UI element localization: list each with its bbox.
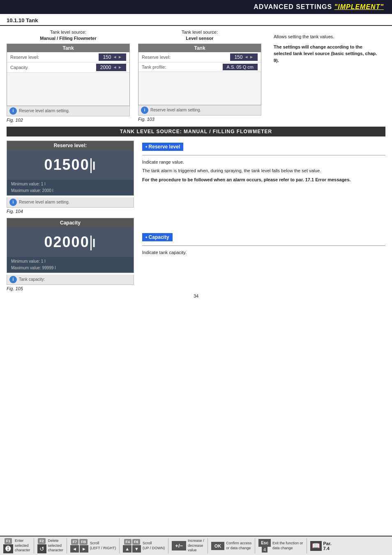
reserve-line2: The tank alarm is triggered when, during… bbox=[142, 167, 385, 175]
toolbar-div4 bbox=[168, 538, 168, 553]
right-column: • Reserve level Indicate range value. Th… bbox=[142, 141, 385, 291]
left-footer-text: Reserve level alarm setting. bbox=[19, 109, 69, 113]
left-source-line1: Tank level source: bbox=[50, 30, 86, 35]
capacity-section-label: • Capacity bbox=[142, 233, 173, 241]
description-line1: Allows setting the tank values. bbox=[274, 33, 381, 40]
bottom-figures: Reserve level: 01500l Minimum value: 1 l… bbox=[7, 141, 385, 291]
f2-key: F2 bbox=[38, 538, 46, 544]
toolbar-par: 📖 Par.7.4 bbox=[310, 538, 332, 553]
reserve-level-device-panel: Reserve level: 01500l Minimum value: 1 l… bbox=[7, 141, 134, 196]
capacity-divider bbox=[142, 245, 385, 246]
right-reserve-value[interactable]: 150 ◄ ► bbox=[230, 53, 258, 61]
capacity-min-val: 1 l bbox=[41, 259, 46, 264]
left-fig-caption: Fig. 102 bbox=[7, 118, 130, 123]
section-divider-text: TANK LEVEL SOURCE: MANUAL / FILLING FLOW… bbox=[120, 129, 272, 134]
page-title: 10.1.10 Tank bbox=[0, 14, 392, 26]
right-row-reserve[interactable]: Reserve level: 150 ◄ ► bbox=[138, 52, 261, 62]
desc-bold-start: The settings will change according to th… bbox=[274, 44, 377, 63]
reserve-level-cursor bbox=[90, 158, 92, 173]
right-profile-value[interactable]: A.S. 05 Q cm bbox=[223, 64, 258, 70]
par-label: Par.7.4 bbox=[323, 541, 332, 551]
reserve-line3: For the procedure to be followed when an… bbox=[142, 176, 385, 184]
esc-key[interactable]: Esc bbox=[258, 539, 271, 547]
capacity-panel-header: Capacity bbox=[7, 218, 134, 227]
capacity-section-text: Indicate tank capacity. bbox=[142, 249, 385, 257]
capacity-line1: Indicate tank capacity. bbox=[142, 249, 385, 257]
reserve-line1: Indicate range value. bbox=[142, 159, 385, 166]
left-row-capacity[interactable]: Capacity 2000 ◄ ► bbox=[7, 62, 129, 73]
down-arrow: ▼ bbox=[132, 545, 141, 553]
capacity-max-label: Maximum value: bbox=[11, 266, 41, 270]
f2-icon: ↺ bbox=[37, 544, 46, 553]
capacity-unit: l bbox=[92, 237, 97, 250]
page-num-text: 34 bbox=[194, 294, 198, 298]
capacity-min-label: Minimum value: bbox=[11, 259, 40, 264]
f4f6-label: Scroll(UP / DOWN) bbox=[143, 541, 165, 550]
inc-dec-icon: +/− bbox=[172, 541, 186, 550]
left-reserve-value[interactable]: 150 ◄ ► bbox=[99, 53, 126, 61]
reserve-footer-text: Reserve level alarm setting. bbox=[19, 200, 69, 204]
toolbar-div5 bbox=[208, 538, 208, 553]
right-info-icon: i bbox=[141, 106, 148, 114]
capacity-footer-text: Tank capacity: bbox=[19, 277, 45, 282]
figure-right: Tank level source: Level sensor Tank Res… bbox=[138, 29, 261, 123]
toolbar-div3 bbox=[119, 538, 120, 553]
description-line2: The settings will change according to th… bbox=[274, 44, 381, 64]
right-row-profile[interactable]: Tank profile: A.S. 05 Q cm bbox=[138, 62, 261, 72]
capacity-footer: i Tank capacity: bbox=[7, 275, 134, 285]
left-capacity-value[interactable]: 2000 ◄ ► bbox=[96, 64, 126, 71]
reserve-level-footer: i Reserve level alarm setting. bbox=[7, 197, 134, 208]
f1-key: F1 bbox=[5, 538, 12, 544]
page-title-text: 10.1.10 Tank bbox=[7, 17, 38, 23]
toolbar-f4f6: F4 F6 ▲ ▼ Scroll(UP / DOWN) bbox=[123, 538, 165, 553]
capacity-max-val: 99999 l bbox=[42, 266, 56, 270]
left-reserve-arrows: ◄ ► bbox=[113, 55, 122, 59]
f7f8-label: Scroll(LEFT / RIGHT) bbox=[90, 541, 116, 550]
header-title: ADVANCED SETTINGS "IMPLEMENT" bbox=[254, 3, 384, 10]
left-reserve-label: Reserve level: bbox=[10, 55, 39, 60]
reserve-divider bbox=[142, 155, 385, 155]
right-tank-panel: Tank Reserve level: 150 ◄ ► Tank profile… bbox=[138, 44, 261, 105]
reserve-fig-caption: Fig. 104 bbox=[7, 209, 134, 214]
right-footer-text: Reserve level alarm setting. bbox=[150, 108, 201, 112]
f1-label: Enterselectedcharacter bbox=[15, 539, 30, 553]
reserve-max-val: 2000 l bbox=[42, 188, 53, 193]
top-figures: Tank level source: Manual / Filling Flow… bbox=[7, 29, 385, 123]
header-highlight: "IMPLEMENT" bbox=[334, 3, 384, 10]
left-arrow: ◄ bbox=[70, 545, 79, 553]
section-divider: TANK LEVEL SOURCE: MANUAL / FILLING FLOW… bbox=[7, 127, 385, 136]
reserve-section-text: Indicate range value. The tank alarm is … bbox=[142, 159, 385, 184]
reserve-min-val: 1 l bbox=[41, 182, 46, 186]
capacity-section: • Capacity Indicate tank capacity. bbox=[142, 233, 385, 257]
left-capacity-arrows: ◄ ► bbox=[113, 65, 122, 69]
toolbar-esc: Esc 4 Exit the function ordata change bbox=[258, 538, 303, 553]
reserve-info-icon: i bbox=[9, 199, 17, 206]
left-column: Reserve level: 01500l Minimum value: 1 l… bbox=[7, 141, 134, 291]
right-source-line2: Level sensor bbox=[138, 35, 261, 42]
right-figure-footer: i Reserve level alarm setting. bbox=[138, 105, 261, 116]
left-capacity-val: 2000 bbox=[100, 65, 111, 70]
toolbar-f2: F2 ↺ Deleteselectedcharacter bbox=[37, 538, 64, 553]
left-row-reserve[interactable]: Reserve level: 150 ◄ ► bbox=[7, 52, 129, 62]
right-profile-label: Tank profile: bbox=[142, 65, 166, 69]
f2-label: Deleteselectedcharacter bbox=[48, 539, 64, 553]
figure-left: Tank level source: Manual / Filling Flow… bbox=[7, 29, 130, 123]
ok-key[interactable]: OK bbox=[211, 542, 225, 550]
toolbar-div7 bbox=[307, 538, 307, 553]
book-icon: 📖 bbox=[310, 541, 322, 551]
toolbar-ok: OK Confirm accessor data change bbox=[211, 538, 252, 553]
header-title-text: ADVANCED SETTINGS bbox=[254, 3, 334, 10]
right-reserve-label: Reserve level: bbox=[142, 55, 171, 60]
left-tank-panel: Tank Reserve level: 150 ◄ ► Capacity 200… bbox=[7, 44, 130, 106]
main-content: Tank level source: Manual / Filling Flow… bbox=[0, 29, 392, 301]
page-number: 34 bbox=[7, 291, 385, 301]
right-reserve-arrows: ◄ ► bbox=[244, 55, 254, 59]
toolbar-f7f8: F7 FB ◄ ► Scroll(LEFT / RIGHT) bbox=[70, 538, 116, 553]
left-panel-header: Tank bbox=[7, 44, 129, 52]
left-capacity-label: Capacity bbox=[10, 65, 28, 70]
reserve-level-section: • Reserve level Indicate range value. Th… bbox=[142, 143, 385, 184]
ok-label: Confirm accessor data change bbox=[226, 541, 251, 550]
reserve-max-label: Maximum value: bbox=[11, 188, 41, 193]
capacity-info-icon: i bbox=[9, 276, 17, 283]
f7-key: F7 bbox=[71, 539, 79, 545]
